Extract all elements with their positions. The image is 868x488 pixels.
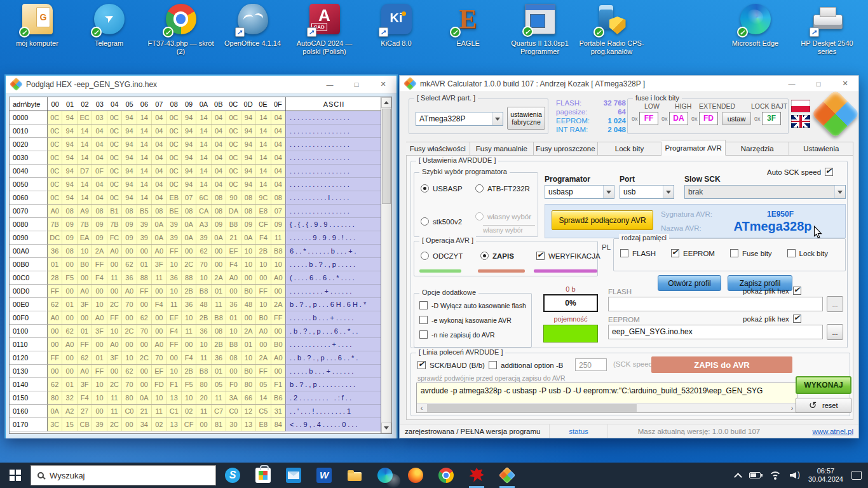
hex-bytes[interactable]: 0C9414040C941404EB076C0890089C08 — [48, 191, 285, 205]
desktop-icon[interactable]: KiCad 8.0 — [360, 4, 432, 56]
memory-kind-checkbox[interactable]: FLASH — [620, 249, 656, 257]
hex-bytes[interactable]: FF00A00000A0FF00102BB80100B0FF00 — [48, 285, 285, 298]
scroll-up-icon[interactable] — [381, 97, 391, 108]
close-icon[interactable]: ✕ — [370, 76, 397, 93]
desktop-icon[interactable]: AutoCAD 2024 — polski (Polish) — [288, 4, 360, 56]
avrdude-option-checkbox[interactable]: -n nie zapisuj do AVR — [419, 330, 526, 339]
desktop-icon[interactable]: FT37-43.php — skrót (2) — [145, 4, 217, 56]
taskbar-search[interactable] — [31, 465, 216, 485]
fuse-extended-value[interactable]: FD — [699, 112, 718, 125]
wifi-icon[interactable] — [769, 471, 782, 480]
battery-icon[interactable] — [749, 472, 761, 478]
atnel-link[interactable]: www.atnel.pl — [790, 424, 858, 438]
desktop-icon[interactable]: Quartus II 13.0sp1 Programmer — [504, 4, 576, 56]
tab[interactable]: Programator AVR — [661, 140, 726, 156]
fuse-low-value[interactable]: FF — [639, 112, 658, 125]
factory-settings-button[interactable]: ustawienia fabryczne — [507, 107, 545, 130]
hex-bytes[interactable]: 28F500F4113688113688102AA00000A0 — [48, 271, 285, 285]
hex-bytes[interactable]: A00000A0FF006200EF102BB80100B0FF — [48, 311, 285, 325]
hex-bytes[interactable]: 0062013F102C7000F4113608102AA000 — [48, 325, 285, 338]
taskbar-mail-icon[interactable] — [278, 463, 309, 488]
scrollbar-thumb[interactable] — [427, 404, 637, 412]
hex-bytes[interactable]: A008A908B108B508BE08CA08DA08E807 — [48, 205, 285, 218]
notification-center-icon[interactable] — [851, 471, 862, 480]
minimize-icon[interactable]: — — [778, 76, 805, 92]
usbasp-radio[interactable]: USBASP — [421, 184, 463, 193]
hex-bytes[interactable]: 0100B0FF0062013F102C7000F4101010 — [48, 258, 285, 271]
memory-kind-checkbox[interactable]: EEPROM — [671, 249, 715, 257]
hex-bytes[interactable]: 0C94D70F0C9414040C9414040C941404 — [48, 165, 285, 178]
hex-bytes[interactable]: 0000A0FF006200EF102BB80100B0FF00 — [48, 365, 285, 378]
hex-bytes[interactable]: 0C94EC030C9414040C9414040C941404 — [48, 111, 285, 125]
maximize-icon[interactable]: □ — [805, 76, 832, 92]
tab[interactable]: Narzędzia — [726, 142, 790, 156]
taskbar-store-icon[interactable] — [248, 463, 278, 488]
tab[interactable]: Ustawienia — [789, 142, 853, 156]
taskbar-clock[interactable]: 06:57 30.04.2024 — [808, 467, 843, 484]
poland-flag-icon[interactable] — [791, 100, 810, 112]
open-profile-button[interactable]: Otwórz profil — [658, 275, 721, 291]
uk-flag-icon[interactable] — [791, 115, 810, 128]
desktop-icon[interactable]: Microsoft Edge — [719, 4, 791, 56]
hex-bytes[interactable]: 0C9414040C9414040C9414040C941404 — [48, 151, 285, 165]
custom-choice-radio[interactable]: własny wybór — [475, 212, 531, 220]
fuse-high-value[interactable]: DA — [669, 112, 688, 125]
hex-bytes[interactable]: 62013F102C7000FDF1F58005F08005F1 — [48, 378, 285, 391]
horizontal-scrollbar[interactable]: ‹ › — [417, 403, 797, 412]
mkavr-titlebar[interactable]: mkAVR Calculator 1.0.0 build 107 : Andrz… — [400, 76, 858, 92]
hex-bytes[interactable]: 0C9414040C9414040C9414040C941404 — [48, 178, 285, 191]
taskbar-hex-viewer-icon[interactable] — [461, 463, 492, 488]
additional-option-checkbox[interactable]: additional option -B — [489, 361, 563, 369]
scrollbar-thumb[interactable] — [382, 109, 391, 204]
tab[interactable]: Fusy manualnie — [470, 142, 534, 156]
lock-byte-value[interactable]: 3F — [762, 112, 781, 125]
desktop-icon[interactable]: Portable Radio CPS-prog.kanałów — [576, 4, 648, 56]
avrdude-command-text[interactable]: avrdude -p atmega328p -c usbasp -P usb -… — [417, 383, 797, 398]
avrdude-option-checkbox[interactable]: -e wykonaj kasowanie AVR — [419, 316, 526, 324]
scroll-down-icon[interactable] — [381, 423, 391, 433]
flash-file-field[interactable] — [608, 297, 823, 311]
hex-bytes[interactable]: FF0062013F102C7000F4113608102AA0 — [48, 351, 285, 365]
taskbar-edge-icon[interactable] — [370, 463, 400, 488]
sck-baud-checkbox[interactable]: SCK/BAUD (B/b) — [417, 361, 485, 369]
taskbar-mkavr-icon[interactable] — [492, 463, 522, 488]
maximize-icon[interactable]: □ — [343, 76, 370, 93]
hex-bytes[interactable]: 8032F41011800A10131020113A6614B6 — [48, 391, 285, 405]
taskbar-chrome-icon[interactable] — [431, 463, 461, 488]
slow-sck-select[interactable]: brak — [684, 185, 846, 199]
hex-bytes[interactable]: 62013F102C7000F4113648113648102A — [48, 298, 285, 311]
tab[interactable]: Fusy uproszczone — [534, 142, 598, 156]
hex-bytes[interactable]: 3608102AA00000A0FF006200EF102BB8 — [48, 245, 285, 258]
taskbar-word-icon[interactable] — [309, 463, 339, 488]
port-select[interactable]: usb — [620, 185, 674, 199]
volume-icon[interactable] — [790, 471, 800, 479]
hex-bytes[interactable]: 0AA2270011C02111C10211C7C012C531 — [48, 405, 285, 418]
flash-browse-button[interactable]: ... — [827, 296, 843, 312]
search-input[interactable] — [50, 471, 209, 480]
avrdude-option-checkbox[interactable]: -D Wyłącz auto kasowanie flash — [419, 301, 526, 309]
close-icon[interactable]: ✕ — [832, 76, 858, 92]
start-button[interactable] — [0, 463, 31, 488]
eeprom-browse-button[interactable]: ... — [827, 324, 843, 340]
tab[interactable]: Fusy właściwości — [406, 142, 470, 156]
scroll-left-icon[interactable]: ‹ — [417, 403, 426, 412]
stk500v2-radio[interactable]: stk500v2 — [421, 217, 462, 226]
status-link[interactable]: status — [550, 424, 608, 438]
minimize-icon[interactable]: — — [316, 76, 343, 93]
taskbar-firefox-icon[interactable] — [400, 463, 431, 488]
desktop-icon[interactable]: EAGLE — [432, 4, 504, 56]
hex-bytes[interactable]: 0C9414040C9414040C9414040C941404 — [48, 138, 285, 151]
zapis-radio[interactable]: ZAPIS — [480, 252, 514, 260]
desktop-icon[interactable]: mój komputer — [1, 4, 73, 56]
command-box[interactable]: avrdude -p atmega328p -c usbasp -P usb -… — [416, 383, 797, 413]
vertical-scrollbar[interactable] — [381, 97, 391, 433]
desktop-icon[interactable]: Telegram — [73, 4, 145, 56]
weryfikacja-checkbox[interactable]: WERYFIKACJA — [536, 252, 600, 260]
tab[interactable]: Lock bity — [598, 142, 662, 156]
memory-kind-checkbox[interactable]: Fuse bity — [730, 249, 772, 257]
hex-bytes[interactable]: 3C15CB392C00340213CF00813013E884 — [48, 418, 285, 431]
hex-bytes[interactable]: 7B097B097B09390A390AA309B809CF09 — [48, 218, 285, 231]
hex-bytes[interactable]: 00A0FF00A00000A0FF00102BB80100B0 — [48, 338, 285, 351]
avr-part-select[interactable]: ATmega328P — [416, 112, 503, 126]
ustaw-button[interactable]: ustaw — [722, 112, 751, 125]
